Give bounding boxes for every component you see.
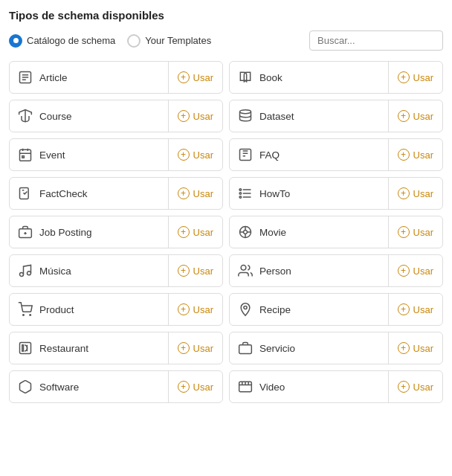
plus-icon-product: +	[178, 303, 190, 315]
schema-grid: Article + Usar Book + Usar Course + Usar	[9, 61, 443, 403]
svg-rect-6	[20, 149, 31, 161]
schema-card-servicio: Servicio + Usar	[229, 332, 443, 364]
svg-point-5	[240, 110, 251, 114]
card-label-musica: Música	[39, 266, 71, 277]
search-input[interactable]	[309, 30, 443, 51]
usar-label-movie: Usar	[413, 227, 433, 238]
usar-label-product: Usar	[193, 304, 213, 315]
card-main-servicio: Servicio	[230, 332, 388, 364]
plus-icon-factcheck: +	[178, 187, 190, 199]
usar-button-event[interactable]: + Usar	[169, 141, 222, 168]
svg-rect-10	[22, 156, 24, 158]
jobposting-icon	[17, 224, 33, 240]
schema-card-faq: FAQ + Usar	[229, 138, 443, 171]
card-label-book: Book	[259, 72, 282, 83]
card-label-recipe: Recipe	[259, 304, 291, 315]
svg-point-21	[239, 193, 242, 195]
usar-button-book[interactable]: + Usar	[389, 64, 442, 91]
svg-point-36	[30, 315, 31, 316]
faq-icon	[237, 147, 254, 163]
usar-label-software: Usar	[193, 382, 213, 393]
book-icon	[237, 69, 254, 86]
svg-point-32	[20, 273, 24, 277]
usar-button-restaurant[interactable]: + Usar	[169, 335, 222, 361]
schema-card-software: Software + Usar	[9, 370, 223, 403]
card-main-dataset: Dataset	[230, 100, 388, 132]
plus-icon-faq: +	[398, 149, 410, 161]
schema-card-person: Person + Usar	[229, 254, 443, 287]
usar-label-course: Usar	[193, 111, 213, 122]
schema-card-dataset: Dataset + Usar	[229, 100, 443, 132]
schema-card-book: Book + Usar	[229, 61, 443, 94]
plus-icon-restaurant: +	[178, 342, 190, 354]
usar-button-faq[interactable]: + Usar	[389, 141, 442, 168]
usar-button-article[interactable]: + Usar	[169, 64, 222, 91]
card-label-dataset: Dataset	[259, 111, 294, 122]
usar-label-musica: Usar	[193, 266, 213, 277]
plus-icon-movie: +	[398, 226, 410, 238]
usar-button-course[interactable]: + Usar	[169, 103, 222, 129]
course-icon	[17, 108, 33, 124]
svg-point-27	[244, 231, 248, 234]
radio-catalog[interactable]: Catálogo de schema	[9, 34, 115, 48]
svg-point-22	[239, 196, 242, 199]
usar-button-factcheck[interactable]: + Usar	[169, 180, 222, 207]
usar-button-software[interactable]: + Usar	[169, 373, 222, 400]
card-main-jobposting: Job Posting	[10, 216, 168, 248]
usar-button-jobposting[interactable]: + Usar	[169, 219, 222, 245]
usar-button-musica[interactable]: + Usar	[169, 257, 222, 284]
card-main-faq: FAQ	[230, 139, 388, 170]
card-label-software: Software	[39, 382, 79, 393]
card-main-video: Video	[230, 371, 388, 402]
plus-icon-software: +	[178, 381, 190, 393]
usar-label-howto: Usar	[413, 188, 433, 199]
card-label-factcheck: FactCheck	[39, 188, 88, 199]
card-label-jobposting: Job Posting	[39, 227, 92, 238]
card-main-factcheck: FactCheck	[10, 178, 168, 209]
usar-button-recipe[interactable]: + Usar	[389, 296, 442, 323]
schema-card-course: Course + Usar	[9, 100, 223, 132]
radio-templates-label: Your Templates	[145, 35, 211, 46]
card-main-restaurant: Restaurant	[10, 332, 168, 364]
card-main-howto: HowTo	[230, 178, 388, 209]
usar-button-dataset[interactable]: + Usar	[389, 103, 442, 129]
card-label-person: Person	[259, 266, 291, 277]
plus-icon-video: +	[398, 381, 410, 393]
plus-icon-jobposting: +	[178, 226, 190, 238]
usar-button-video[interactable]: + Usar	[389, 373, 442, 400]
dataset-icon	[237, 108, 254, 124]
schema-card-product: Product + Usar	[9, 293, 223, 326]
plus-icon-course: +	[178, 110, 190, 122]
svg-point-34	[241, 266, 246, 271]
radio-templates[interactable]: Your Templates	[127, 34, 211, 48]
card-main-product: Product	[10, 294, 168, 325]
usar-label-restaurant: Usar	[193, 343, 213, 354]
usar-button-movie[interactable]: + Usar	[389, 219, 442, 245]
usar-button-servicio[interactable]: + Usar	[389, 335, 442, 361]
usar-label-servicio: Usar	[413, 343, 433, 354]
card-main-course: Course	[10, 100, 168, 132]
usar-button-howto[interactable]: + Usar	[389, 180, 442, 207]
radio-catalog-label: Catálogo de schema	[27, 35, 115, 46]
software-icon	[17, 379, 33, 395]
usar-label-factcheck: Usar	[193, 188, 213, 199]
card-label-movie: Movie	[259, 227, 286, 238]
factcheck-icon	[17, 185, 33, 202]
svg-point-20	[239, 189, 242, 191]
plus-icon-article: +	[178, 71, 190, 83]
schema-card-factcheck: FactCheck + Usar	[9, 177, 223, 210]
card-main-software: Software	[10, 371, 168, 402]
card-label-restaurant: Restaurant	[39, 343, 88, 354]
plus-icon-event: +	[178, 149, 190, 161]
card-label-video: Video	[259, 382, 285, 393]
schema-card-musica: Música + Usar	[9, 254, 223, 287]
schema-card-restaurant: Restaurant + Usar	[9, 332, 223, 364]
svg-rect-40	[239, 345, 252, 354]
schema-card-event: Event + Usar	[9, 138, 223, 171]
radio-templates-circle	[127, 34, 141, 48]
card-main-musica: Música	[10, 255, 168, 286]
person-icon	[237, 263, 254, 279]
recipe-icon	[237, 301, 254, 318]
usar-button-product[interactable]: + Usar	[169, 296, 222, 323]
usar-button-person[interactable]: + Usar	[389, 257, 442, 284]
